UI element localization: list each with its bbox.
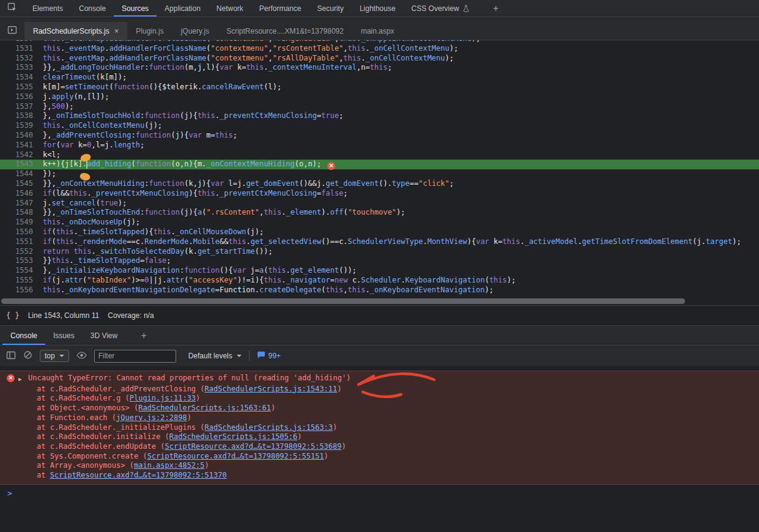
file-tab-radschedulerscripts-js[interactable]: RadSchedulerScripts.js× (24, 22, 127, 40)
line-number[interactable]: 1540 (0, 131, 38, 141)
line-number[interactable]: 1533 (0, 63, 38, 73)
console-tab-issues[interactable]: Issues (45, 326, 83, 345)
main-tab-label: Elements (32, 4, 63, 13)
navigator-toggle-button[interactable] (0, 21, 24, 40)
clear-console-button[interactable] (23, 350, 32, 361)
live-expression-button[interactable] (76, 352, 87, 361)
main-tab-label: Performance (259, 4, 302, 13)
add-drawer-tab-button[interactable]: + (134, 326, 154, 345)
inspect-element-button[interactable] (0, 0, 24, 17)
line-number[interactable]: 1551 (0, 237, 38, 247)
more-panels-button[interactable]: + (486, 0, 506, 17)
console-tab-console[interactable]: Console (2, 326, 45, 345)
main-tab-application[interactable]: Application (157, 0, 209, 17)
code-line: 1543k++){j[k].add_hiding(function(o,n){m… (0, 160, 759, 169)
file-tab-plugin-js[interactable]: Plugin.js (127, 22, 172, 40)
line-number[interactable]: 1539 (0, 121, 38, 131)
line-number[interactable]: 1536 (0, 92, 38, 102)
stack-frame-link[interactable]: RadSchedulerScripts.js:1505:6 (169, 432, 298, 441)
code-line: 1551if(this._renderMode==c.RenderMode.Mo… (0, 237, 759, 247)
console-drawer-tabs: ConsoleIssues3D View + (0, 325, 759, 345)
code-line: 1555if(j.attr("tabIndex")>=0||j.attr("ac… (0, 276, 759, 286)
line-number[interactable]: 1541 (0, 141, 38, 150)
stack-frame: at c.RadScheduler.initialize (RadSchedul… (0, 432, 759, 442)
line-number[interactable]: 1554 (0, 266, 38, 276)
prompt-chevron-icon: > (7, 489, 12, 498)
stack-frame-link[interactable]: RadSchedulerScripts.js:1543:11 (205, 385, 338, 393)
console-prompt[interactable]: > (0, 485, 759, 498)
expand-triangle-icon[interactable]: ▶ (18, 375, 24, 385)
log-levels-dropdown[interactable]: Default levels (188, 352, 242, 360)
code-text: if(this._timeSlotTapped){this._onCellMou… (38, 227, 264, 237)
stack-frame: at c.RadScheduler._addPreventClosing (Ra… (0, 385, 759, 394)
scrollbar-thumb[interactable] (1, 298, 685, 304)
console-tab-label: Console (10, 331, 37, 340)
line-number[interactable]: 1534 (0, 73, 38, 83)
line-number[interactable]: 1553 (0, 256, 38, 266)
horizontal-scrollbar[interactable] (0, 298, 759, 304)
flask-icon (462, 5, 470, 12)
line-error-icon: ✕ (327, 162, 335, 170)
pretty-print-button[interactable]: { } (6, 311, 20, 320)
line-number[interactable]: 1538 (0, 111, 38, 121)
main-tab-performance[interactable]: Performance (251, 0, 309, 17)
main-tab-security[interactable]: Security (309, 0, 352, 17)
line-number[interactable]: 1547 (0, 199, 38, 209)
line-number[interactable]: 1546 (0, 189, 38, 199)
code-editor[interactable]: 1530this._eventMap.addHandlerForClassNam… (0, 40, 759, 305)
line-number[interactable]: 1549 (0, 218, 38, 227)
context-selector[interactable]: top (40, 350, 69, 362)
main-tab-elements[interactable]: Elements (24, 0, 71, 17)
log-levels-label: Default levels (188, 352, 232, 360)
line-number[interactable]: 1542 (0, 150, 38, 160)
line-number[interactable]: 1548 (0, 208, 38, 218)
stack-frame-link[interactable]: RadSchedulerScripts.js:1563:61 (138, 404, 271, 412)
close-icon[interactable]: × (114, 27, 119, 35)
line-number[interactable]: 1535 (0, 83, 38, 92)
line-number[interactable]: 1531 (0, 44, 38, 54)
file-tab-jquery-js[interactable]: jQuery.js (172, 22, 218, 40)
main-tab-label: Sources (122, 4, 149, 13)
main-tab-network[interactable]: Network (209, 0, 251, 17)
line-number[interactable]: 1537 (0, 102, 38, 112)
line-number[interactable]: 1543 (0, 160, 38, 169)
main-tab-label: Application (165, 4, 201, 13)
console-tab-3d-view[interactable]: 3D View (83, 326, 125, 345)
console-sidebar-button[interactable] (6, 350, 16, 362)
code-text: }); (38, 169, 56, 179)
code-line: 1540},_addPreventClosing:function(j){var… (0, 131, 759, 141)
line-number[interactable]: 1555 (0, 276, 38, 286)
stack-frame-link[interactable]: main.aspx:4852:5 (134, 461, 205, 470)
main-tab-console[interactable]: Console (71, 0, 114, 17)
stack-frame-link[interactable]: jQuery.js:2:2898 (116, 413, 187, 422)
line-number[interactable]: 1532 (0, 54, 38, 64)
stack-frame: at ScriptResource.axd?d…&t=13798092:5:51… (0, 471, 759, 481)
code-line: 1535k[m]=setTimeout(function(){$telerik.… (0, 83, 759, 92)
line-number[interactable]: 1544 (0, 169, 38, 179)
code-text: if(j.attr("tabIndex")>=0||j.attr("access… (38, 276, 516, 286)
console-tab-strip: ConsoleIssues3D View (2, 326, 125, 345)
inspect-icon (7, 2, 17, 14)
main-tab-lighthouse[interactable]: Lighthouse (352, 0, 404, 17)
filter-input[interactable] (94, 350, 176, 363)
console-message-count[interactable]: 99+ (257, 351, 281, 361)
stack-frame-link[interactable]: ScriptResource.axd?d…&t=13798092:5:53689 (165, 442, 342, 451)
stack-frame-link[interactable]: ScriptResource.axd?d…&t=13798092:5:55151 (147, 452, 324, 460)
main-tab-sources[interactable]: Sources (114, 0, 157, 17)
navigator-panel-icon (7, 25, 17, 37)
stack-frame-link[interactable]: Plugin.js:11:33 (130, 394, 196, 402)
line-number[interactable]: 1556 (0, 286, 38, 295)
main-tab-css-overview[interactable]: CSS Overview (404, 0, 478, 17)
eye-icon (76, 352, 87, 361)
file-tab-scriptresource-xm1-t-13798092[interactable]: ScriptResource....XM1&t=13798092 (218, 22, 352, 40)
stack-frame-link[interactable]: RadSchedulerScripts.js:1563:3 (205, 423, 333, 432)
code-text: this._eventMap.addHandlerForClassName("c… (38, 54, 454, 64)
file-tab-main-aspx[interactable]: main.aspx (352, 22, 403, 40)
line-number[interactable]: 1545 (0, 179, 38, 189)
file-tab-label: RadSchedulerScripts.js (33, 27, 109, 35)
code-text: }}this._timeSlotTapped=false; (38, 256, 171, 266)
line-number[interactable]: 1552 (0, 247, 38, 257)
stack-frame-link[interactable]: ScriptResource.axd?d…&t=13798092:5:51370 (50, 471, 227, 479)
line-number[interactable]: 1550 (0, 227, 38, 237)
chevron-down-icon (237, 355, 242, 357)
